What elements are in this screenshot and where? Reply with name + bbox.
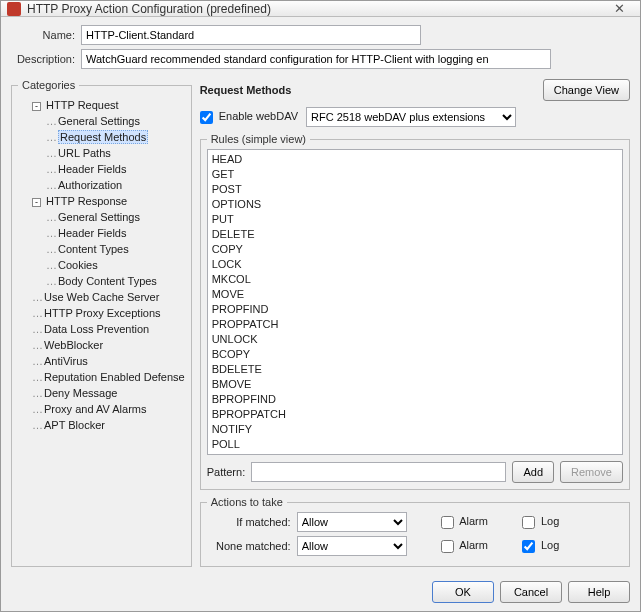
actions-legend: Actions to take bbox=[207, 496, 287, 508]
tree-item[interactable]: …Content Types bbox=[18, 241, 185, 257]
none-matched-label: None matched: bbox=[207, 540, 291, 552]
app-icon bbox=[7, 2, 21, 16]
list-item[interactable]: POLL bbox=[212, 437, 618, 452]
tree-item[interactable]: …URL Paths bbox=[18, 145, 185, 161]
tree-item[interactable]: …AntiVirus bbox=[18, 353, 185, 369]
help-button[interactable]: Help bbox=[568, 581, 630, 603]
list-item[interactable]: LOCK bbox=[212, 257, 618, 272]
cancel-button[interactable]: Cancel bbox=[500, 581, 562, 603]
categories-tree[interactable]: - HTTP Request…General Settings…Request … bbox=[18, 95, 185, 560]
tree-item[interactable]: …Deny Message bbox=[18, 385, 185, 401]
list-item[interactable]: DELETE bbox=[212, 227, 618, 242]
description-row: Description: bbox=[11, 49, 630, 69]
pattern-input[interactable] bbox=[251, 462, 506, 482]
tree-item[interactable]: …Cookies bbox=[18, 257, 185, 273]
name-row: Name: bbox=[11, 25, 630, 45]
if-matched-row: If matched: Allow Alarm Log bbox=[207, 512, 623, 532]
add-button[interactable]: Add bbox=[512, 461, 554, 483]
tree-item[interactable]: …General Settings bbox=[18, 113, 185, 129]
rules-legend: Rules (simple view) bbox=[207, 133, 310, 145]
none-matched-select[interactable]: Allow bbox=[297, 536, 407, 556]
close-icon[interactable]: ✕ bbox=[604, 1, 634, 16]
enable-webdav-checkbox[interactable] bbox=[200, 111, 213, 124]
remove-button[interactable]: Remove bbox=[560, 461, 623, 483]
categories-group: Categories - HTTP Request…General Settin… bbox=[11, 79, 192, 567]
pattern-row: Pattern: Add Remove bbox=[207, 455, 623, 483]
tree-item[interactable]: …Data Loss Prevention bbox=[18, 321, 185, 337]
if-matched-log[interactable]: Log bbox=[522, 515, 559, 529]
tree-item[interactable]: …General Settings bbox=[18, 209, 185, 225]
list-item[interactable]: PUT bbox=[212, 212, 618, 227]
enable-webdav-checkbox-label[interactable]: Enable webDAV bbox=[200, 110, 298, 124]
name-field[interactable] bbox=[81, 25, 421, 45]
if-matched-label: If matched: bbox=[207, 516, 291, 528]
list-item[interactable]: GET bbox=[212, 167, 618, 182]
none-matched-row: None matched: Allow Alarm Log bbox=[207, 536, 623, 556]
tree-item[interactable]: …APT Blocker bbox=[18, 417, 185, 433]
list-item[interactable]: NOTIFY bbox=[212, 422, 618, 437]
list-item[interactable]: POST bbox=[212, 182, 618, 197]
dialog-window: HTTP Proxy Action Configuration (predefi… bbox=[0, 0, 641, 612]
tree-item[interactable]: …WebBlocker bbox=[18, 337, 185, 353]
change-view-button[interactable]: Change View bbox=[543, 79, 630, 101]
list-item[interactable]: BPROPPATCH bbox=[212, 407, 618, 422]
list-item[interactable]: MKCOL bbox=[212, 272, 618, 287]
webdav-mode-select[interactable]: RFC 2518 webDAV plus extensions bbox=[306, 107, 516, 127]
tree-item[interactable]: …Request Methods bbox=[18, 129, 185, 145]
tree-item[interactable]: …Header Fields bbox=[18, 225, 185, 241]
list-item[interactable]: PROPPATCH bbox=[212, 317, 618, 332]
list-item[interactable]: UNLOCK bbox=[212, 332, 618, 347]
none-matched-alarm[interactable]: Alarm bbox=[441, 539, 488, 553]
enable-webdav-label: Enable webDAV bbox=[219, 110, 298, 122]
list-item[interactable]: PROPFIND bbox=[212, 302, 618, 317]
tree-branch[interactable]: - HTTP Request bbox=[18, 97, 185, 113]
if-matched-select[interactable]: Allow bbox=[297, 512, 407, 532]
list-item[interactable]: BDELETE bbox=[212, 362, 618, 377]
window-title: HTTP Proxy Action Configuration (predefi… bbox=[27, 2, 604, 16]
tree-toggle-icon[interactable]: - bbox=[32, 102, 41, 111]
list-item[interactable]: BMOVE bbox=[212, 377, 618, 392]
rules-group: Rules (simple view) HEADGETPOSTOPTIONSPU… bbox=[200, 133, 630, 490]
ok-button[interactable]: OK bbox=[432, 581, 494, 603]
list-item[interactable]: MOVE bbox=[212, 287, 618, 302]
main-split: Categories - HTTP Request…General Settin… bbox=[11, 79, 630, 567]
tree-item[interactable]: …Reputation Enabled Defense bbox=[18, 369, 185, 385]
actions-group: Actions to take If matched: Allow Alarm … bbox=[200, 496, 630, 567]
none-matched-log[interactable]: Log bbox=[522, 539, 559, 553]
list-item[interactable]: BPROPFIND bbox=[212, 392, 618, 407]
list-item[interactable]: HEAD bbox=[212, 152, 618, 167]
tree-item[interactable]: …Body Content Types bbox=[18, 273, 185, 289]
tree-item[interactable]: …HTTP Proxy Exceptions bbox=[18, 305, 185, 321]
tree-branch[interactable]: - HTTP Response bbox=[18, 193, 185, 209]
enable-webdav-row: Enable webDAV RFC 2518 webDAV plus exten… bbox=[200, 107, 630, 127]
categories-legend: Categories bbox=[18, 79, 79, 91]
right-pane: Request Methods Change View Enable webDA… bbox=[200, 79, 630, 567]
tree-toggle-icon[interactable]: - bbox=[32, 198, 41, 207]
list-item[interactable]: COPY bbox=[212, 242, 618, 257]
footer: OK Cancel Help bbox=[1, 573, 640, 611]
description-label: Description: bbox=[11, 53, 81, 65]
list-item[interactable]: OPTIONS bbox=[212, 197, 618, 212]
name-label: Name: bbox=[11, 29, 81, 41]
tree-item[interactable]: …Header Fields bbox=[18, 161, 185, 177]
rules-listbox[interactable]: HEADGETPOSTOPTIONSPUTDELETECOPYLOCKMKCOL… bbox=[207, 149, 623, 455]
tree-item[interactable]: …Proxy and AV Alarms bbox=[18, 401, 185, 417]
if-matched-alarm[interactable]: Alarm bbox=[441, 515, 488, 529]
tree-item[interactable]: …Use Web Cache Server bbox=[18, 289, 185, 305]
pattern-label: Pattern: bbox=[207, 466, 246, 478]
description-field[interactable] bbox=[81, 49, 551, 69]
list-item[interactable]: BCOPY bbox=[212, 347, 618, 362]
tree-item[interactable]: …Authorization bbox=[18, 177, 185, 193]
right-header: Request Methods Change View bbox=[200, 79, 630, 101]
section-heading: Request Methods bbox=[200, 84, 543, 96]
client-area: Name: Description: Categories - HTTP Req… bbox=[1, 17, 640, 573]
titlebar: HTTP Proxy Action Configuration (predefi… bbox=[1, 1, 640, 17]
